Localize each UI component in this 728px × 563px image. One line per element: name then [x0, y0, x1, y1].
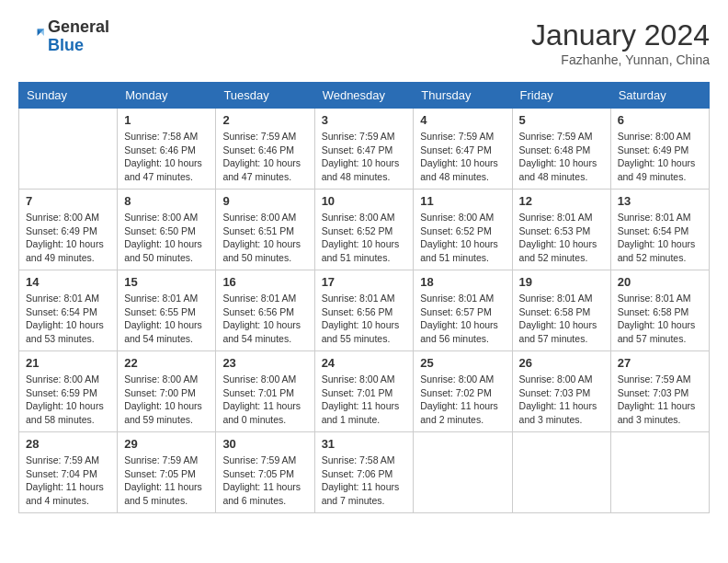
- calendar-cell: 29Sunrise: 7:59 AM Sunset: 7:05 PM Dayli…: [118, 432, 216, 513]
- calendar-cell: [610, 432, 709, 513]
- calendar-cell: 9Sunrise: 8:00 AM Sunset: 6:51 PM Daylig…: [216, 190, 314, 270]
- calendar-cell: 24Sunrise: 8:00 AM Sunset: 7:01 PM Dayli…: [314, 351, 414, 432]
- day-number: 23: [222, 356, 307, 370]
- calendar-cell: 14Sunrise: 8:01 AM Sunset: 6:54 PM Dayli…: [19, 270, 118, 351]
- calendar-cell: 19Sunrise: 8:01 AM Sunset: 6:58 PM Dayli…: [512, 270, 610, 351]
- calendar-cell: 27Sunrise: 7:59 AM Sunset: 7:03 PM Dayli…: [610, 351, 709, 432]
- calendar-cell: 22Sunrise: 8:00 AM Sunset: 7:00 PM Dayli…: [118, 351, 216, 432]
- day-number: 25: [420, 356, 505, 370]
- day-number: 9: [222, 194, 307, 208]
- month-title: January 2024: [531, 18, 710, 52]
- calendar-cell: 23Sunrise: 8:00 AM Sunset: 7:01 PM Dayli…: [216, 351, 314, 432]
- calendar-cell: 7Sunrise: 8:00 AM Sunset: 6:49 PM Daylig…: [19, 190, 118, 270]
- day-number: 17: [322, 275, 407, 289]
- day-number: 7: [26, 194, 110, 208]
- calendar-header-row: SundayMondayTuesdayWednesdayThursdayFrid…: [19, 83, 710, 109]
- col-header-sunday: Sunday: [19, 83, 118, 109]
- cell-content: Sunrise: 8:01 AM Sunset: 6:53 PM Dayligh…: [519, 211, 604, 265]
- cell-content: Sunrise: 7:59 AM Sunset: 6:46 PM Dayligh…: [222, 130, 307, 184]
- calendar-cell: 25Sunrise: 8:00 AM Sunset: 7:02 PM Dayli…: [414, 351, 512, 432]
- calendar-cell: 31Sunrise: 7:58 AM Sunset: 7:06 PM Dayli…: [314, 432, 414, 513]
- day-number: 11: [420, 194, 505, 208]
- calendar-cell: [414, 432, 512, 513]
- cell-content: Sunrise: 8:01 AM Sunset: 6:58 PM Dayligh…: [618, 292, 702, 346]
- calendar-table: SundayMondayTuesdayWednesdayThursdayFrid…: [18, 82, 710, 513]
- calendar-cell: 1Sunrise: 7:58 AM Sunset: 6:46 PM Daylig…: [118, 109, 216, 190]
- calendar-cell: 2Sunrise: 7:59 AM Sunset: 6:46 PM Daylig…: [216, 109, 314, 190]
- cell-content: Sunrise: 8:00 AM Sunset: 6:49 PM Dayligh…: [26, 211, 110, 265]
- location-subtitle: Fazhanhe, Yunnan, China: [531, 52, 710, 67]
- col-header-thursday: Thursday: [414, 83, 512, 109]
- calendar-cell: 17Sunrise: 8:01 AM Sunset: 6:56 PM Dayli…: [314, 270, 414, 351]
- day-number: 5: [519, 113, 604, 127]
- day-number: 8: [124, 194, 209, 208]
- day-number: 1: [124, 113, 209, 127]
- day-number: 24: [322, 356, 407, 370]
- calendar-cell: 15Sunrise: 8:01 AM Sunset: 6:55 PM Dayli…: [118, 270, 216, 351]
- calendar-cell: 5Sunrise: 7:59 AM Sunset: 6:48 PM Daylig…: [512, 109, 610, 190]
- calendar-cell: 4Sunrise: 7:59 AM Sunset: 6:47 PM Daylig…: [414, 109, 512, 190]
- cell-content: Sunrise: 8:00 AM Sunset: 6:52 PM Dayligh…: [322, 211, 407, 265]
- cell-content: Sunrise: 7:59 AM Sunset: 7:04 PM Dayligh…: [26, 454, 110, 508]
- cell-content: Sunrise: 8:00 AM Sunset: 7:01 PM Dayligh…: [322, 373, 407, 427]
- calendar-cell: 11Sunrise: 8:00 AM Sunset: 6:52 PM Dayli…: [414, 190, 512, 270]
- calendar-cell: 16Sunrise: 8:01 AM Sunset: 6:56 PM Dayli…: [216, 270, 314, 351]
- day-number: 12: [519, 194, 604, 208]
- day-number: 21: [26, 356, 110, 370]
- calendar-cell: 26Sunrise: 8:00 AM Sunset: 7:03 PM Dayli…: [512, 351, 610, 432]
- day-number: 15: [124, 275, 209, 289]
- cell-content: Sunrise: 7:58 AM Sunset: 6:46 PM Dayligh…: [124, 130, 209, 184]
- day-number: 19: [519, 275, 604, 289]
- cell-content: Sunrise: 7:59 AM Sunset: 7:03 PM Dayligh…: [618, 373, 702, 427]
- calendar-cell: 13Sunrise: 8:01 AM Sunset: 6:54 PM Dayli…: [610, 190, 709, 270]
- logo-icon: [18, 24, 44, 50]
- day-number: 2: [222, 113, 307, 127]
- day-number: 27: [618, 356, 702, 370]
- day-number: 10: [322, 194, 407, 208]
- calendar-cell: 10Sunrise: 8:00 AM Sunset: 6:52 PM Dayli…: [314, 190, 414, 270]
- cell-content: Sunrise: 8:00 AM Sunset: 7:03 PM Dayligh…: [519, 373, 604, 427]
- week-row-4: 21Sunrise: 8:00 AM Sunset: 6:59 PM Dayli…: [19, 351, 710, 432]
- cell-content: Sunrise: 7:59 AM Sunset: 6:47 PM Dayligh…: [322, 130, 407, 184]
- cell-content: Sunrise: 7:59 AM Sunset: 6:47 PM Dayligh…: [420, 130, 505, 184]
- cell-content: Sunrise: 8:00 AM Sunset: 7:00 PM Dayligh…: [124, 373, 209, 427]
- day-number: 6: [618, 113, 702, 127]
- week-row-3: 14Sunrise: 8:01 AM Sunset: 6:54 PM Dayli…: [19, 270, 710, 351]
- day-number: 20: [618, 275, 702, 289]
- day-number: 28: [26, 437, 110, 451]
- col-header-wednesday: Wednesday: [314, 83, 414, 109]
- cell-content: Sunrise: 7:58 AM Sunset: 7:06 PM Dayligh…: [322, 454, 407, 508]
- cell-content: Sunrise: 8:01 AM Sunset: 6:54 PM Dayligh…: [26, 292, 110, 346]
- day-number: 31: [322, 437, 407, 451]
- day-number: 14: [26, 275, 110, 289]
- cell-content: Sunrise: 8:01 AM Sunset: 6:55 PM Dayligh…: [124, 292, 209, 346]
- calendar-cell: 8Sunrise: 8:00 AM Sunset: 6:50 PM Daylig…: [118, 190, 216, 270]
- cell-content: Sunrise: 8:00 AM Sunset: 7:01 PM Dayligh…: [222, 373, 307, 427]
- day-number: 16: [222, 275, 307, 289]
- calendar-cell: [512, 432, 610, 513]
- calendar-cell: 3Sunrise: 7:59 AM Sunset: 6:47 PM Daylig…: [314, 109, 414, 190]
- cell-content: Sunrise: 8:00 AM Sunset: 6:51 PM Dayligh…: [222, 211, 307, 265]
- col-header-saturday: Saturday: [610, 83, 709, 109]
- cell-content: Sunrise: 8:00 AM Sunset: 7:02 PM Dayligh…: [420, 373, 505, 427]
- cell-content: Sunrise: 8:01 AM Sunset: 6:57 PM Dayligh…: [420, 292, 505, 346]
- calendar-cell: [19, 109, 118, 190]
- calendar-cell: 28Sunrise: 7:59 AM Sunset: 7:04 PM Dayli…: [19, 432, 118, 513]
- col-header-friday: Friday: [512, 83, 610, 109]
- day-number: 30: [222, 437, 307, 451]
- cell-content: Sunrise: 8:00 AM Sunset: 6:52 PM Dayligh…: [420, 211, 505, 265]
- day-number: 18: [420, 275, 505, 289]
- cell-content: Sunrise: 8:01 AM Sunset: 6:56 PM Dayligh…: [222, 292, 307, 346]
- cell-content: Sunrise: 7:59 AM Sunset: 6:48 PM Dayligh…: [519, 130, 604, 184]
- week-row-1: 1Sunrise: 7:58 AM Sunset: 6:46 PM Daylig…: [19, 109, 710, 190]
- cell-content: Sunrise: 7:59 AM Sunset: 7:05 PM Dayligh…: [222, 454, 307, 508]
- calendar-cell: 12Sunrise: 8:01 AM Sunset: 6:53 PM Dayli…: [512, 190, 610, 270]
- title-block: January 2024 Fazhanhe, Yunnan, China: [531, 18, 710, 67]
- calendar-cell: 20Sunrise: 8:01 AM Sunset: 6:58 PM Dayli…: [610, 270, 709, 351]
- cell-content: Sunrise: 8:00 AM Sunset: 6:50 PM Dayligh…: [124, 211, 209, 265]
- cell-content: Sunrise: 7:59 AM Sunset: 7:05 PM Dayligh…: [124, 454, 209, 508]
- calendar-cell: 6Sunrise: 8:00 AM Sunset: 6:49 PM Daylig…: [610, 109, 709, 190]
- day-number: 4: [420, 113, 505, 127]
- calendar-cell: 18Sunrise: 8:01 AM Sunset: 6:57 PM Dayli…: [414, 270, 512, 351]
- page-header: General Blue January 2024 Fazhanhe, Yunn…: [18, 18, 710, 67]
